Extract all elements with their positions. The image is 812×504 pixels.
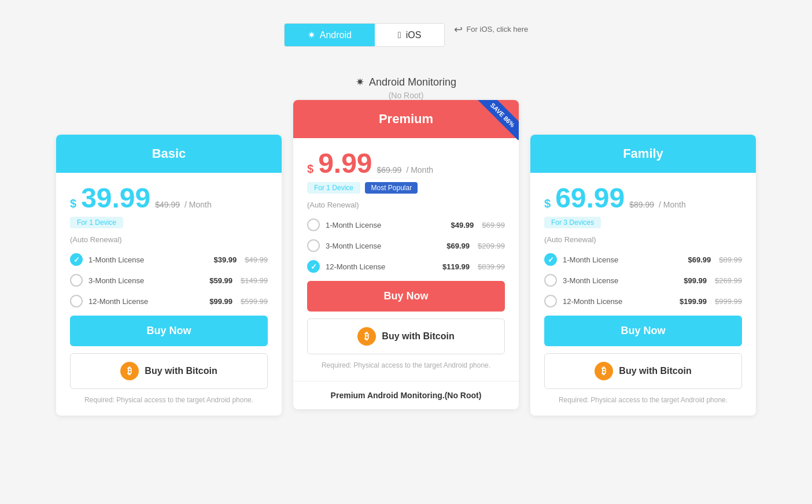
- basic-bitcoin-button[interactable]: ₿ Buy with Bitcoin: [70, 353, 268, 389]
- premium-required-text: Required: Physical access to the target …: [307, 361, 505, 369]
- family-license-3-original: $999.99: [715, 297, 742, 306]
- basic-device-badge: For 1 Device: [70, 217, 123, 228]
- family-required-text: Required: Physical access to the target …: [544, 396, 742, 404]
- premium-price-dollar: $: [307, 162, 313, 176]
- ios-hint-text: For iOS, click here: [466, 25, 528, 34]
- premium-auto-renewal: (Auto Renewal): [307, 201, 505, 209]
- basic-card-body: $ 39.99 $49.99 / Month For 1 Device (Aut…: [56, 173, 282, 416]
- family-license-3-label: 12-Month License: [563, 297, 674, 306]
- family-license-1[interactable]: 1-Month License $69.99 $89.99: [544, 253, 742, 266]
- basic-radio-1[interactable]: [70, 253, 83, 266]
- section-subtitle: (No Root): [389, 91, 424, 100]
- premium-license-3-label: 12-Month License: [326, 262, 437, 271]
- family-bitcoin-icon: ₿: [595, 362, 613, 380]
- save-badge: SAVE 86%: [467, 100, 519, 152]
- premium-license-3-price: $119.99: [442, 262, 470, 271]
- family-license-1-price: $69.99: [688, 255, 711, 264]
- premium-radio-3[interactable]: [307, 260, 320, 273]
- basic-price-main: 39.99: [81, 184, 150, 212]
- basic-card-header: Basic: [56, 135, 282, 173]
- tab-ios[interactable]:  iOS: [375, 24, 445, 46]
- premium-footer-text: Premium Android Monitoring.(No Root): [331, 391, 482, 400]
- basic-radio-2[interactable]: [70, 274, 83, 287]
- basic-license-1-price: $39.99: [213, 255, 237, 264]
- family-bitcoin-button[interactable]: ₿ Buy with Bitcoin: [544, 353, 742, 389]
- premium-bitcoin-icon: ₿: [357, 327, 376, 346]
- basic-price-period: / Month: [184, 200, 212, 209]
- tab-android[interactable]: ✷ Android: [285, 24, 375, 46]
- basic-price-dollar: $: [70, 197, 76, 210]
- premium-title: Premium: [379, 112, 433, 126]
- basic-license-1-label: 1-Month License: [88, 255, 208, 264]
- premium-license-3[interactable]: 12-Month License $119.99 $839.99: [307, 260, 505, 273]
- premium-price-original: $69.99: [377, 165, 402, 175]
- premium-price-period: / Month: [406, 165, 433, 175]
- cards-container: Basic $ 39.99 $49.99 / Month For 1 Devic…: [30, 117, 782, 416]
- basic-buy-now-button[interactable]: Buy Now: [70, 316, 268, 346]
- premium-license-1-price: $49.99: [451, 221, 474, 229]
- premium-footer: Premium Android Monitoring.(No Root): [293, 381, 519, 409]
- family-radio-3[interactable]: [544, 295, 557, 307]
- premium-radio-2[interactable]: [307, 239, 320, 252]
- basic-license-2-original: $149.99: [241, 276, 268, 285]
- premium-popular-badge: Most Popular: [365, 182, 418, 194]
- basic-license-1-original: $49.99: [245, 255, 268, 264]
- basic-auto-renewal: (Auto Renewal): [70, 235, 268, 244]
- section-title: ✷ Android Monitoring: [356, 76, 456, 88]
- basic-license-3-original: $599.99: [241, 297, 268, 306]
- tab-ios-label: iOS: [406, 30, 422, 40]
- android-icon-title: ✷: [356, 76, 364, 88]
- arrow-icon: ↩: [454, 23, 463, 36]
- basic-price-original: $49.99: [155, 200, 180, 209]
- premium-card: SAVE 86% Premium $ 9.99 $69.99 / Month F…: [293, 100, 519, 409]
- basic-title: Basic: [152, 146, 186, 161]
- family-title: Family: [623, 146, 663, 161]
- apple-icon: : [398, 30, 401, 40]
- family-card: Family $ 69.99 $89.99 / Month For 3 Devi…: [530, 135, 756, 416]
- basic-license-2-label: 3-Month License: [88, 276, 204, 285]
- basic-license-2[interactable]: 3-Month License $59.99 $149.99: [70, 274, 268, 287]
- premium-device-badge: For 1 Device: [307, 182, 360, 194]
- premium-license-2-price: $69.99: [446, 242, 470, 250]
- premium-bitcoin-label: Buy with Bitcoin: [382, 331, 454, 342]
- basic-required-text: Required: Physical access to the target …: [70, 396, 268, 404]
- family-radio-2[interactable]: [544, 274, 557, 287]
- family-device-badge: For 3 Devices: [544, 217, 601, 228]
- family-bitcoin-label: Buy with Bitcoin: [619, 366, 691, 376]
- basic-bitcoin-icon: ₿: [120, 362, 139, 380]
- premium-license-2[interactable]: 3-Month License $69.99 $209.99: [307, 239, 505, 252]
- premium-license-2-original: $209.99: [478, 242, 505, 250]
- basic-license-1[interactable]: 1-Month License $39.99 $49.99: [70, 253, 268, 266]
- premium-license-2-label: 3-Month License: [326, 242, 441, 250]
- family-license-2-price: $99.99: [684, 276, 707, 285]
- premium-license-1-label: 1-Month License: [326, 221, 445, 229]
- premium-buy-now-button[interactable]: Buy Now: [307, 281, 505, 312]
- family-buy-now-button[interactable]: Buy Now: [544, 316, 742, 346]
- premium-price-main: 9.99: [318, 150, 372, 177]
- family-license-2-original: $269.99: [715, 276, 742, 285]
- premium-license-3-original: $839.99: [478, 262, 505, 271]
- premium-bitcoin-button[interactable]: ₿ Buy with Bitcoin: [307, 318, 505, 354]
- family-license-3[interactable]: 12-Month License $199.99 $999.99: [544, 295, 742, 307]
- ios-hint: ↩ For iOS, click here: [454, 23, 528, 36]
- family-license-2-label: 3-Month License: [563, 276, 678, 285]
- tab-android-label: Android: [320, 30, 352, 40]
- family-license-1-label: 1-Month License: [563, 255, 682, 264]
- premium-radio-1[interactable]: [307, 218, 320, 231]
- premium-license-1[interactable]: 1-Month License $49.99 $69.99: [307, 218, 505, 231]
- basic-license-3-label: 12-Month License: [88, 297, 204, 306]
- basic-license-2-price: $59.99: [209, 276, 232, 285]
- family-auto-renewal: (Auto Renewal): [544, 235, 742, 244]
- basic-license-3[interactable]: 12-Month License $99.99 $599.99: [70, 295, 268, 307]
- family-card-body: $ 69.99 $89.99 / Month For 3 Devices (Au…: [530, 173, 756, 416]
- basic-radio-3[interactable]: [70, 295, 83, 307]
- family-price-row: $ 69.99 $89.99 / Month: [544, 184, 742, 212]
- premium-card-body: $ 9.99 $69.99 / Month For 1 Device Most …: [293, 138, 519, 381]
- family-radio-1[interactable]: [544, 253, 557, 266]
- premium-license-1-original: $69.99: [482, 221, 505, 229]
- family-license-3-price: $199.99: [680, 297, 707, 306]
- family-price-period: / Month: [659, 200, 686, 209]
- family-license-2[interactable]: 3-Month License $99.99 $269.99: [544, 274, 742, 287]
- basic-bitcoin-label: Buy with Bitcoin: [145, 366, 217, 376]
- basic-license-3-price: $99.99: [209, 297, 232, 306]
